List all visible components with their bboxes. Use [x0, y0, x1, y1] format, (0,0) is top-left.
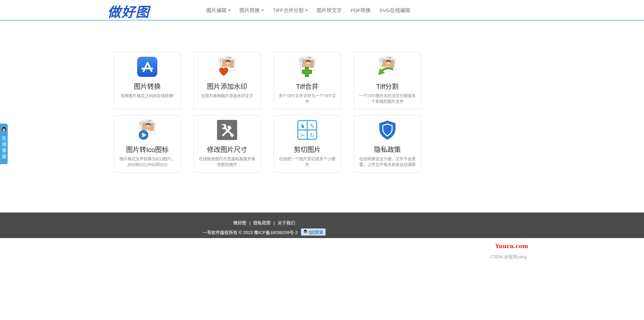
svg-text:✂: ✂	[300, 132, 305, 139]
copyright-text: 一苇软件版权所有 © 2023 豫ICP备16038209号-2	[203, 229, 298, 235]
footer-link-home[interactable]: 做好图	[233, 220, 246, 225]
crop-grid-icon: ♞ ✎ ✂ ↻	[297, 119, 318, 141]
chevron-down-icon	[305, 10, 308, 11]
footer-link-about[interactable]: 关于我们	[278, 220, 295, 225]
nav-label: SVG在线编辑	[379, 6, 410, 13]
separator: |	[274, 220, 275, 225]
card-watermark[interactable]: 图片添加水印 在线为各种图片添加水印文字	[194, 52, 261, 109]
card-resize-image[interactable]: 修改图片尺寸 在线修改图片的宽度和高度并保存新的图片	[194, 115, 261, 173]
card-image-convert[interactable]: 图片转换 各种图片格式之间的在线转换!	[114, 52, 181, 109]
nav-label: 图片转换	[239, 6, 260, 13]
chevron-down-icon	[228, 10, 231, 11]
nav-item-pdf-convert[interactable]: PDF转换	[346, 0, 375, 20]
photo-play-icon	[137, 119, 158, 141]
card-desc: 在线为各种图片添加水印文字	[198, 93, 256, 99]
main-nav: 图片编辑 图片转换 TIFF合并分割 图片转文字 PDF转换 SVG在线编辑	[202, 0, 414, 20]
csdn-watermark: CSDN @程序yang	[490, 253, 527, 260]
card-title: 隐私政策	[354, 144, 421, 154]
svg-text:♞: ♞	[300, 123, 305, 129]
card-title: 修改图片尺寸	[194, 144, 260, 154]
card-title: Tiff分割	[354, 81, 421, 91]
svg-text:✎: ✎	[310, 123, 314, 129]
nav-label: TIFF合并分割	[273, 6, 304, 13]
card-title: 剪切图片	[274, 144, 340, 154]
appstore-convert-icon	[137, 56, 158, 78]
nav-label: PDF转换	[351, 6, 371, 13]
card-desc: 一个TIFF图片中的多页分割成多个单独的图片文件	[359, 93, 416, 105]
card-title: 图片转换	[114, 81, 180, 91]
footer-copyright-row: 一苇软件版权所有 © 2023 豫ICP备16038209号-2 QQ交谈	[107, 228, 421, 236]
resize-tools-icon	[216, 119, 238, 141]
online-service-tab[interactable]: 在线客服	[0, 124, 8, 164]
card-title: 图片转Ico图标	[114, 144, 180, 154]
photo-merge-plus-icon	[297, 56, 318, 78]
card-desc: 各种图片格式之间的在线转换!	[118, 93, 176, 99]
chevron-down-icon	[261, 10, 264, 11]
nav-item-svg-editor[interactable]: SVG在线编辑	[375, 0, 415, 20]
card-title: 图片添加水印	[194, 81, 260, 91]
qq-chat-label: QQ交谈	[309, 229, 323, 235]
privacy-shield-icon	[377, 119, 398, 141]
card-tiff-split[interactable]: Tiff分割 一个TIFF图片中的多页分割成多个单独的图片文件	[354, 52, 421, 109]
service-tab-label: 在线客服	[0, 136, 8, 160]
nav-label: 图片编辑	[206, 6, 226, 13]
card-tiff-merge[interactable]: Tiff合并 多个TIFF文件合并为一个TIFF文件	[274, 52, 341, 109]
tool-grid: 图片转换 各种图片格式之间的在线转换! 图片添加水印 在线为各种	[114, 52, 421, 173]
svg-text:↻: ↻	[310, 132, 314, 139]
qq-penguin-icon	[1, 127, 6, 134]
footer-inner: 做好图 | 隐私政策 | 关于我们 一苇软件版权所有 © 2023 豫ICP备1…	[107, 213, 421, 236]
nav-item-image-convert[interactable]: 图片转换	[235, 0, 268, 20]
separator: |	[249, 220, 250, 225]
footer-link-privacy[interactable]: 隐私政策	[253, 220, 271, 225]
card-desc: 多个TIFF文件合并为一个TIFF文件	[278, 93, 336, 105]
photo-heart-icon	[216, 56, 238, 78]
nav-label: 图片转文字	[317, 6, 342, 13]
qq-penguin-icon	[304, 229, 307, 235]
header: 做好图 图片编辑 图片转换 TIFF合并分割 图片转文字 PDF转换 SVG在线…	[0, 0, 644, 21]
qq-chat-button[interactable]: QQ交谈	[301, 228, 326, 236]
card-desc: 在线把一个图片剪切成多个小图片	[278, 156, 336, 168]
card-image-to-ico[interactable]: 图片转Ico图标 图片格式文件转换为ICO图片，JPG转ICO,PNG转ICO	[114, 115, 181, 173]
card-title: Tiff合并	[274, 81, 340, 91]
site-logo[interactable]: 做好图	[107, 1, 150, 21]
nav-item-image-to-text[interactable]: 图片转文字	[312, 0, 346, 20]
card-desc: 图片格式文件转换为ICO图片，JPG转ICO,PNG转ICO	[118, 156, 176, 168]
nav-item-image-edit[interactable]: 图片编辑	[202, 0, 235, 20]
nav-item-tiff-merge-split[interactable]: TIFF合并分割	[268, 0, 312, 20]
footer: 做好图 | 隐私政策 | 关于我们 一苇软件版权所有 © 2023 豫ICP备1…	[0, 213, 644, 238]
photo-split-arrow-icon	[377, 56, 398, 78]
yuucn-watermark: Yuucn.com	[495, 243, 528, 249]
card-privacy-policy[interactable]: 隐私政策 在线转换安全方便，文件不会泄露，上传文件每天系统自动清除	[354, 115, 421, 173]
card-desc: 在线转换安全方便，文件不会泄露，上传文件每天系统自动清除	[359, 156, 416, 168]
card-crop-image[interactable]: ♞ ✎ ✂ ↻ 剪切图片 在线把一个图片剪切成多个小图片	[274, 115, 341, 173]
footer-links: 做好图 | 隐私政策 | 关于我们	[107, 219, 421, 226]
card-desc: 在线修改图片的宽度和高度并保存新的图片	[198, 156, 256, 168]
